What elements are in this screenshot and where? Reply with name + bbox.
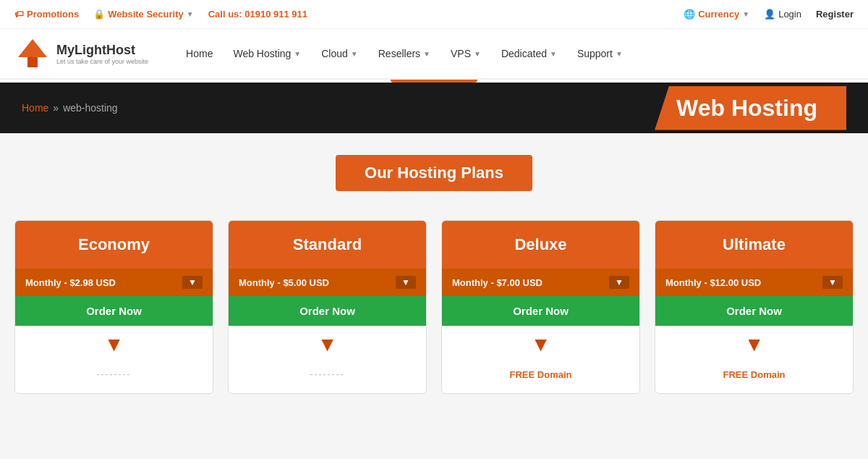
lock-icon: 🔒 xyxy=(93,9,105,20)
plan-pricing-standard: Monthly - $5.00 USD ▼ xyxy=(229,269,426,296)
plan-pricing-deluxe: Monthly - $7.00 USD ▼ xyxy=(442,269,639,296)
breadcrumb: Home » web-hosting xyxy=(22,102,118,114)
plan-order-economy[interactable]: Order Now xyxy=(15,296,213,326)
nav-dedicated-label: Dedicated xyxy=(501,48,547,59)
nav-item-resellers[interactable]: Resellers ▼ xyxy=(370,42,439,65)
hero-bar: Home » web-hosting Web Hosting xyxy=(0,83,868,133)
breadcrumb-home[interactable]: Home xyxy=(22,102,48,114)
plan-card-standard: Standard Monthly - $5.00 USD ▼ Order Now… xyxy=(228,220,427,394)
plan-header-economy: Economy xyxy=(15,221,213,269)
plan-pricing-ultimate: Monthly - $12.00 USD ▼ xyxy=(655,269,853,296)
nav-home-label: Home xyxy=(186,48,213,59)
section-title-wrapper: Our Hosting Plans xyxy=(14,155,854,213)
plan-order-standard[interactable]: Order Now xyxy=(229,296,426,326)
hero-title: Web Hosting xyxy=(655,86,846,130)
logo-icon xyxy=(14,35,51,72)
plan-divider-standard: -------- xyxy=(229,363,426,385)
nav-links: Home Web Hosting ▼ Cloud ▼ Resellers ▼ V… xyxy=(177,42,631,65)
plan-order-ultimate[interactable]: Order Now xyxy=(655,296,853,326)
plan-arrow-economy: ▼ xyxy=(15,326,213,363)
plan-dropdown-economy[interactable]: ▼ xyxy=(182,276,203,289)
plan-header-deluxe: Deluxe xyxy=(442,221,639,269)
plan-dropdown-ultimate[interactable]: ▼ xyxy=(822,276,843,289)
plan-feature-ultimate: FREE Domain xyxy=(655,363,853,386)
svg-rect-1 xyxy=(27,57,38,67)
top-bar-right: 🌐 Currency ▼ 👤 Login Register xyxy=(684,9,854,20)
nav-item-dedicated[interactable]: Dedicated ▼ xyxy=(493,42,566,65)
hosting-plans-title: Our Hosting Plans xyxy=(336,155,532,191)
plan-arrow-standard: ▼ xyxy=(229,326,426,363)
plan-price-deluxe: Monthly - $7.00 USD xyxy=(452,277,542,288)
plan-header-ultimate: Ultimate xyxy=(655,221,853,269)
svg-marker-0 xyxy=(18,39,47,57)
logo-tagline: Let us take care of your website xyxy=(56,58,148,65)
tag-icon: 🏷 xyxy=(14,9,24,20)
register-link[interactable]: Register xyxy=(816,9,854,20)
cloud-chevron-icon: ▼ xyxy=(351,50,358,58)
top-bar-left: 🏷 Promotions 🔒 Website Security ▼ Call u… xyxy=(14,9,307,20)
nav-accent-bar xyxy=(391,80,477,83)
nav-cloud-label: Cloud xyxy=(321,48,348,59)
logo[interactable]: MyLightHost Let us take care of your web… xyxy=(14,35,148,72)
webhosting-chevron-icon: ▼ xyxy=(294,50,301,58)
resellers-chevron-icon: ▼ xyxy=(423,50,430,58)
support-chevron-icon: ▼ xyxy=(616,50,623,58)
user-icon: 👤 xyxy=(764,9,775,20)
vps-chevron-icon: ▼ xyxy=(474,50,481,58)
nav-support-label: Support xyxy=(577,48,613,59)
promotions-link[interactable]: 🏷 Promotions xyxy=(14,9,79,20)
currency-label: Currency xyxy=(698,9,739,20)
plan-feature-deluxe: FREE Domain xyxy=(442,363,639,386)
nav-item-vps[interactable]: VPS ▼ xyxy=(442,42,490,65)
security-chevron-icon: ▼ xyxy=(187,10,194,18)
plan-card-deluxe: Deluxe Monthly - $7.00 USD ▼ Order Now ▼… xyxy=(441,220,640,394)
login-link[interactable]: 👤 Login xyxy=(764,9,801,20)
currency-chevron-icon: ▼ xyxy=(742,10,749,18)
nav-item-support[interactable]: Support ▼ xyxy=(569,42,631,65)
plan-card-ultimate: Ultimate Monthly - $12.00 USD ▼ Order No… xyxy=(655,220,854,394)
logo-name: MyLightHost xyxy=(56,43,148,58)
plan-price-economy: Monthly - $2.98 USD xyxy=(25,277,116,288)
promotions-label: Promotions xyxy=(27,9,79,20)
security-label: Website Security xyxy=(108,9,184,20)
plan-order-deluxe[interactable]: Order Now xyxy=(442,296,639,326)
nav-item-home[interactable]: Home xyxy=(177,42,221,65)
plan-dropdown-standard[interactable]: ▼ xyxy=(396,276,416,289)
nav-item-cloud[interactable]: Cloud ▼ xyxy=(312,42,367,65)
top-bar: 🏷 Promotions 🔒 Website Security ▼ Call u… xyxy=(0,0,868,29)
breadcrumb-current: web-hosting xyxy=(63,102,118,114)
breadcrumb-separator: » xyxy=(53,102,59,114)
login-label: Login xyxy=(778,9,801,20)
plan-price-ultimate: Monthly - $12.00 USD xyxy=(665,277,761,288)
register-label: Register xyxy=(816,9,854,20)
nav-bar: MyLightHost Let us take care of your web… xyxy=(0,29,868,80)
security-link[interactable]: 🔒 Website Security ▼ xyxy=(93,9,193,20)
nav-item-webhosting[interactable]: Web Hosting ▼ xyxy=(224,42,310,65)
plan-card-economy: Economy Monthly - $2.98 USD ▼ Order Now … xyxy=(14,220,213,394)
dedicated-chevron-icon: ▼ xyxy=(550,50,557,58)
plan-header-standard: Standard xyxy=(229,221,426,269)
plan-divider-economy: -------- xyxy=(15,363,213,385)
main-content: Our Hosting Plans Economy Monthly - $2.9… xyxy=(0,133,868,416)
plan-pricing-economy: Monthly - $2.98 USD ▼ xyxy=(15,269,213,296)
plan-price-standard: Monthly - $5.00 USD xyxy=(239,277,329,288)
plan-arrow-deluxe: ▼ xyxy=(442,326,639,363)
plan-dropdown-deluxe[interactable]: ▼ xyxy=(609,276,629,289)
call-info: Call us: 01910 911 911 xyxy=(208,9,307,20)
globe-icon: 🌐 xyxy=(684,9,695,20)
currency-link[interactable]: 🌐 Currency ▼ xyxy=(684,9,749,20)
nav-webhosting-label: Web Hosting xyxy=(233,48,291,59)
nav-resellers-label: Resellers xyxy=(378,48,420,59)
plans-grid: Economy Monthly - $2.98 USD ▼ Order Now … xyxy=(14,220,854,394)
nav-vps-label: VPS xyxy=(451,48,471,59)
plan-arrow-ultimate: ▼ xyxy=(655,326,853,363)
